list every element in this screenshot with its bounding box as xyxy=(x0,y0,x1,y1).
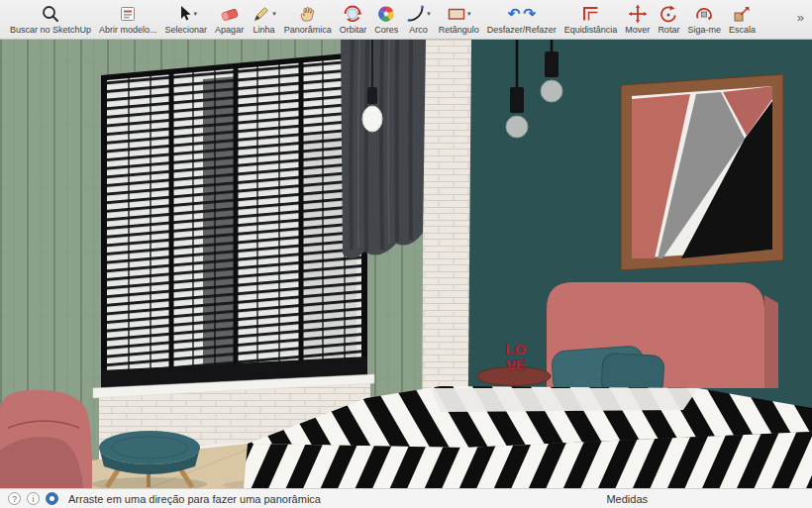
dropdown-caret-icon: ▾ xyxy=(272,10,276,18)
rectangle-icon: ▾ xyxy=(447,4,471,23)
open-model-icon xyxy=(118,4,138,23)
dropdown-caret-icon: ▾ xyxy=(194,10,198,18)
move-icon xyxy=(628,4,648,23)
love-sculpture[interactable]: LO VE xyxy=(506,341,527,373)
measurements-label: Medidas xyxy=(606,493,648,505)
toolbar-overflow-chevron[interactable]: » xyxy=(797,10,804,25)
tool-orbitar[interactable]: Orbitar xyxy=(340,4,367,35)
tool-rotar[interactable]: Rotar xyxy=(658,4,679,35)
scale-icon xyxy=(732,4,752,23)
pencil-icon: ▾ xyxy=(252,4,276,23)
pan-hand-icon xyxy=(298,4,318,23)
tool-desfazer-refazer[interactable]: ↶ ↷ Desfazer/Refazer xyxy=(487,4,557,35)
tool-arco[interactable]: ▾ Arco xyxy=(406,4,431,35)
tool-siga-me[interactable]: Siga-me xyxy=(687,4,721,35)
tool-apagar[interactable]: Apagar xyxy=(215,4,244,35)
sketchup-app-window: Buscar no SketchUp Abrir modelo... ▾ Sel… xyxy=(0,0,812,508)
offset-icon xyxy=(581,4,601,23)
geolocation-icon[interactable] xyxy=(46,492,58,505)
svg-text:VE: VE xyxy=(506,356,526,373)
dropdown-caret-icon: ▾ xyxy=(467,10,471,18)
tool-linha[interactable]: ▾ Linha xyxy=(252,4,276,35)
ottoman-stool[interactable] xyxy=(99,431,200,487)
curtain[interactable] xyxy=(341,40,426,258)
rotate-icon xyxy=(659,4,678,23)
undo-icon: ↶ xyxy=(508,5,521,22)
status-hint-text: Arraste em uma direção para fazer uma pa… xyxy=(68,493,321,505)
tool-panoramica[interactable]: Panorâmica xyxy=(284,4,332,35)
bed-headboard-side xyxy=(764,295,778,388)
main-toolbar: Buscar no SketchUp Abrir modelo... ▾ Sel… xyxy=(0,0,812,40)
info-icon[interactable]: i xyxy=(27,492,40,505)
help-icon[interactable]: ? xyxy=(8,492,21,505)
tool-buscar-no-sketchup[interactable]: Buscar no SketchUp xyxy=(10,4,91,35)
tool-mover[interactable]: Mover xyxy=(625,4,650,35)
svg-text:LO: LO xyxy=(506,341,527,357)
tool-retangulo[interactable]: ▾ Retângulo xyxy=(439,4,479,35)
orbit-icon xyxy=(343,4,362,23)
bed-sheet-fold xyxy=(431,388,698,412)
measurements-input[interactable] xyxy=(656,492,804,506)
status-bar: ? i Arraste em uma direção para fazer um… xyxy=(0,488,812,508)
tool-escala[interactable]: Escala xyxy=(729,4,756,35)
color-wheel-icon xyxy=(376,4,396,23)
tool-selecionar[interactable]: ▾ Selecionar xyxy=(165,4,208,35)
follow-me-icon xyxy=(694,4,714,23)
window-blinds[interactable] xyxy=(93,51,374,398)
tool-abrir-modelo[interactable]: Abrir modelo... xyxy=(99,4,157,35)
geolocation-dot xyxy=(50,496,54,501)
arc-icon: ▾ xyxy=(406,4,431,23)
tool-equidistancia[interactable]: Equidistância xyxy=(564,4,618,35)
dropdown-caret-icon: ▾ xyxy=(427,10,431,18)
redo-icon: ↷ xyxy=(523,5,536,22)
tool-cores[interactable]: Cores xyxy=(374,4,398,35)
viewport-3d[interactable]: LO VE xyxy=(0,40,812,488)
select-cursor-icon: ▾ xyxy=(175,4,198,23)
eraser-icon xyxy=(220,4,240,23)
armchair[interactable] xyxy=(0,390,92,488)
search-icon xyxy=(41,4,60,23)
wall-art-frame[interactable] xyxy=(621,74,783,270)
